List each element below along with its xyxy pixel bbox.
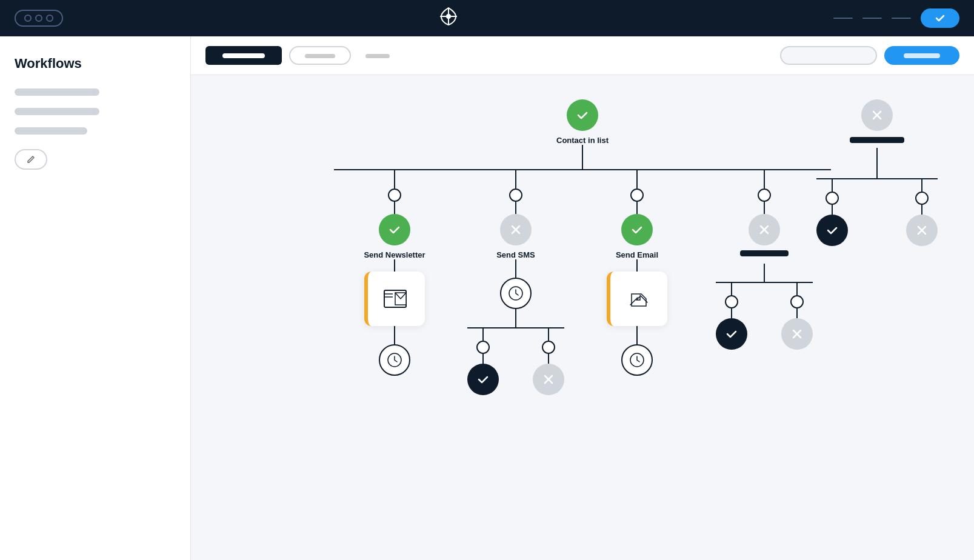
b4s1-vline2	[731, 308, 732, 318]
email-card[interactable]	[607, 272, 667, 326]
root-node-label: Contact in list	[556, 136, 609, 145]
branch2-circle	[509, 188, 522, 202]
toolbar-search-input[interactable]	[780, 46, 877, 65]
workflow-canvas: Contact in list	[191, 75, 974, 560]
root-node[interactable]: Contact in list	[556, 99, 609, 145]
newsletter-node-label: Send Newsletter	[364, 250, 425, 259]
rps1-vline	[832, 179, 833, 192]
branch1-wait-node[interactable]	[379, 344, 410, 376]
branch3-vline-4	[636, 326, 638, 344]
topbar-save-button[interactable]	[921, 8, 959, 28]
topbar-dot-1	[24, 15, 32, 22]
rps1-node-icon[interactable]	[816, 215, 848, 246]
branch3-vline-2	[636, 202, 638, 214]
branch2-wait-node[interactable]	[500, 278, 532, 309]
topbar-dots[interactable]	[15, 10, 63, 27]
branches-row: Send Newsletter	[334, 170, 831, 395]
topbar-menu-line-2	[862, 18, 882, 19]
branch2-vline-2	[515, 202, 516, 214]
right-panel-sub1	[816, 179, 848, 246]
topbar-dot-3	[46, 15, 53, 22]
b2s2-circle	[542, 341, 555, 354]
right-panel-icon[interactable]	[861, 99, 893, 131]
toolbar-right	[780, 46, 959, 65]
branch-newsletter: Send Newsletter	[334, 170, 455, 376]
sidebar-item-3[interactable]	[15, 127, 87, 135]
canvas-area: Contact in list	[191, 36, 974, 560]
branch4-vline-1	[764, 170, 765, 188]
tab-2[interactable]	[289, 46, 351, 65]
branch-sms: Send SMS	[455, 170, 576, 395]
branch2-subbranch	[467, 327, 564, 395]
branch4-subbranch	[716, 282, 813, 350]
toolbar-primary-button[interactable]	[884, 46, 959, 65]
branch2-vline-1	[515, 170, 516, 188]
branch4-vline-2	[764, 202, 765, 214]
root-node-icon	[567, 99, 598, 131]
email-node-icon[interactable]	[621, 214, 653, 245]
canvas-toolbar	[191, 36, 974, 75]
b2s2-vline2	[548, 354, 549, 364]
branch2-vline-3	[515, 259, 516, 278]
branch4-label-placeholder	[740, 250, 789, 256]
right-panel-label	[850, 137, 904, 143]
branch4-vline-3	[764, 264, 765, 282]
branch4-sub2	[781, 283, 813, 350]
topbar	[0, 0, 974, 36]
branch1-circle	[388, 188, 401, 202]
svg-point-0	[446, 14, 451, 19]
newsletter-card[interactable]	[364, 272, 425, 326]
b4s1-node-icon[interactable]	[716, 318, 747, 350]
branch2-sub2	[533, 328, 564, 395]
branch4-node-icon[interactable]	[749, 214, 780, 245]
topbar-dot-2	[35, 15, 42, 22]
rps2-vline2	[921, 205, 922, 215]
branch1-vline-1	[394, 170, 395, 188]
branch-placeholder	[698, 170, 831, 350]
rps2-node-icon[interactable]	[906, 215, 938, 246]
tab-3[interactable]	[358, 47, 397, 64]
b2s1-vline2	[482, 354, 484, 364]
b4s2-circle	[790, 295, 804, 308]
branch4-sub1	[716, 283, 747, 350]
tab-1[interactable]	[205, 46, 282, 65]
right-panel	[816, 99, 938, 246]
newsletter-node-icon[interactable]	[379, 214, 410, 245]
branch2-vline-4	[515, 309, 516, 327]
topbar-right	[833, 8, 959, 28]
right-panel-vline	[876, 148, 878, 178]
branch3-vline-1	[636, 170, 638, 188]
branch3-wait-node[interactable]	[621, 344, 653, 376]
app-logo	[439, 7, 458, 30]
main-horizontal-connector	[334, 169, 831, 170]
b2s1-circle	[476, 341, 490, 354]
root-connector	[582, 145, 583, 169]
sidebar-item-2[interactable]	[15, 108, 99, 115]
sidebar-item-1[interactable]	[15, 88, 99, 96]
rps1-vline2	[832, 205, 833, 215]
email-node-label: Send Email	[616, 250, 658, 259]
sms-node-icon[interactable]	[500, 214, 532, 245]
b4s2-vline2	[796, 308, 798, 318]
b2s1-node-icon[interactable]	[467, 364, 499, 395]
rps2-vline	[921, 179, 922, 192]
branch-email: Send Email	[576, 170, 698, 376]
right-panel-sub2	[906, 179, 938, 246]
branch3-vline-3	[636, 259, 638, 272]
main-layout: Workflows	[0, 36, 974, 560]
b4s1-vline	[731, 283, 732, 295]
branch4-circle	[758, 188, 771, 202]
b4s2-node-icon[interactable]	[781, 318, 813, 350]
branch1-vline-3	[394, 259, 395, 272]
b2s2-node-icon[interactable]	[533, 364, 564, 395]
rps1-circle	[826, 192, 839, 205]
branch3-circle	[630, 188, 644, 202]
sidebar-edit-button[interactable]	[15, 149, 47, 170]
branch1-vline-2	[394, 202, 395, 214]
b4s1-circle	[725, 295, 738, 308]
branch1-vline-4	[394, 326, 395, 344]
b2s2-vline	[548, 328, 549, 341]
b4s2-vline	[796, 283, 798, 295]
topbar-menu-line-3	[892, 18, 911, 19]
sidebar: Workflows	[0, 36, 191, 560]
